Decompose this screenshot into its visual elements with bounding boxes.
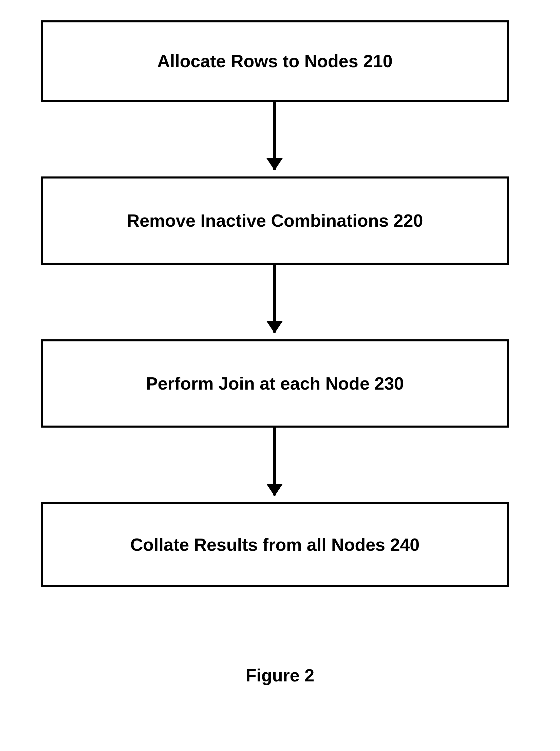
step-box-perform-join: Perform Join at each Node 230 [41, 339, 509, 428]
arrow-down-icon [273, 265, 276, 333]
arrow-down-icon [273, 102, 276, 170]
step-box-allocate-rows: Allocate Rows to Nodes 210 [41, 20, 509, 102]
figure-label: Figure 2 [246, 665, 314, 685]
flowchart-canvas: Allocate Rows to Nodes 210 Remove Inacti… [0, 0, 560, 751]
figure-caption: Figure 2 [0, 665, 560, 686]
step-label: Allocate Rows to Nodes 210 [157, 51, 393, 71]
step-box-collate-results: Collate Results from all Nodes 240 [41, 502, 509, 587]
step-label: Collate Results from all Nodes 240 [130, 534, 420, 555]
step-label: Perform Join at each Node 230 [146, 373, 404, 394]
step-box-remove-inactive: Remove Inactive Combinations 220 [41, 176, 509, 265]
arrow-down-icon [273, 428, 276, 495]
step-label: Remove Inactive Combinations 220 [127, 210, 423, 231]
